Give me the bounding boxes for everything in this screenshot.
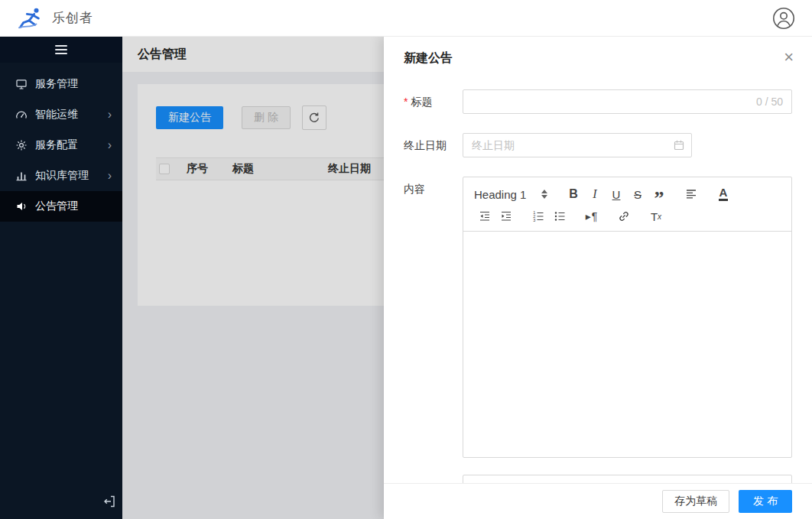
drawer-header: 新建公告 × <box>384 37 812 79</box>
svg-text:3: 3 <box>533 218 535 222</box>
user-avatar-icon[interactable] <box>772 7 795 30</box>
form-row-content: 内容 Heading 1 B I U S ” <box>404 177 792 458</box>
gauge-icon <box>15 109 28 121</box>
sidebar-collapse-button[interactable] <box>0 37 122 63</box>
end-date-input[interactable] <box>463 133 692 157</box>
blockquote-button[interactable]: ” <box>648 185 670 203</box>
form-row-end-date: 终止日期 <box>404 133 792 157</box>
chevron-right-icon: › <box>108 109 112 121</box>
clear-format-x: x <box>658 212 661 221</box>
chevron-right-icon: › <box>108 139 112 151</box>
drawer-footer: 存为草稿 发 布 <box>384 483 812 519</box>
heading-select-value: Heading 1 <box>474 188 526 201</box>
text-direction-button[interactable]: ▸¶ <box>581 207 603 225</box>
sidebar-menu: 服务管理 智能运维 › 服务 <box>0 69 122 222</box>
form-row-title: *标题 0 / 50 <box>404 89 792 114</box>
italic-button[interactable]: I <box>584 185 606 203</box>
brand: 乐创者 <box>17 6 93 31</box>
bullet-list-button[interactable] <box>549 207 570 225</box>
title-input[interactable] <box>463 89 792 114</box>
monitor-icon <box>15 78 28 90</box>
outdent-button[interactable] <box>474 207 495 225</box>
color-letter: A <box>719 187 729 201</box>
sidebar-item-label: 公告管理 <box>35 199 78 213</box>
save-draft-button[interactable]: 存为草稿 <box>662 490 729 513</box>
content-field-label: 内容 <box>404 177 463 201</box>
sidebar-item-label: 服务配置 <box>35 138 78 152</box>
heading-select[interactable]: Heading 1 <box>474 188 547 201</box>
editor-content-area[interactable] <box>463 232 791 457</box>
clear-format-t: T <box>651 210 658 223</box>
sidebar-item-announcement-management[interactable]: 公告管理 <box>0 191 122 222</box>
sidebar-item-intelligent-ops[interactable]: 智能运维 › <box>0 99 122 130</box>
title-field-label: *标题 <box>404 89 463 114</box>
chevron-right-icon: › <box>108 170 112 182</box>
underline-button[interactable]: U <box>606 185 627 203</box>
calendar-icon <box>673 139 685 151</box>
updown-caret-icon <box>541 190 547 199</box>
logout-icon[interactable] <box>101 493 118 510</box>
title-char-counter: 0 / 50 <box>756 89 783 114</box>
title-label-text: 标题 <box>411 96 432 108</box>
text-color-button[interactable]: A <box>713 185 734 203</box>
sidebar-item-service-management[interactable]: 服务管理 <box>0 69 122 99</box>
hamburger-icon <box>55 45 67 54</box>
gear-icon <box>15 139 28 151</box>
drawer-title: 新建公告 <box>404 50 453 66</box>
partial-input[interactable] <box>463 475 792 483</box>
runner-logo-icon <box>17 6 44 31</box>
new-announcement-drawer: 新建公告 × *标题 0 / 50 终止日期 <box>384 37 812 519</box>
sidebar-item-label: 智能运维 <box>35 108 78 122</box>
sidebar-item-service-config[interactable]: 服务配置 › <box>0 130 122 161</box>
drawer-body: *标题 0 / 50 终止日期 <box>384 79 812 483</box>
align-button[interactable] <box>680 185 702 203</box>
sidebar: 服务管理 智能运维 › 服务 <box>0 37 122 519</box>
end-date-field-label: 终止日期 <box>404 133 463 157</box>
sidebar-item-knowledge-base[interactable]: 知识库管理 › <box>0 161 122 191</box>
bar-chart-icon <box>15 170 28 182</box>
app-root: 乐创者 服务管理 <box>0 0 812 519</box>
form-row-partial <box>404 458 792 483</box>
ordered-list-button[interactable]: 1 2 3 <box>528 207 549 225</box>
strikethrough-button[interactable]: S <box>627 185 648 203</box>
sidebar-item-label: 服务管理 <box>35 77 78 91</box>
brand-name: 乐创者 <box>52 9 93 27</box>
indent-button[interactable] <box>495 207 517 225</box>
link-button[interactable] <box>613 207 635 225</box>
sidebar-item-label: 知识库管理 <box>35 169 89 183</box>
speaker-icon <box>15 200 28 212</box>
clear-format-button[interactable]: Tx <box>645 207 667 225</box>
bold-button[interactable]: B <box>563 185 584 203</box>
publish-button[interactable]: 发 布 <box>739 490 792 513</box>
top-header: 乐创者 <box>0 0 812 37</box>
required-asterisk: * <box>404 96 408 108</box>
close-icon[interactable]: × <box>784 50 794 64</box>
editor-toolbar: Heading 1 B I U S ” <box>463 177 791 232</box>
rich-text-editor: Heading 1 B I U S ” <box>463 177 792 458</box>
